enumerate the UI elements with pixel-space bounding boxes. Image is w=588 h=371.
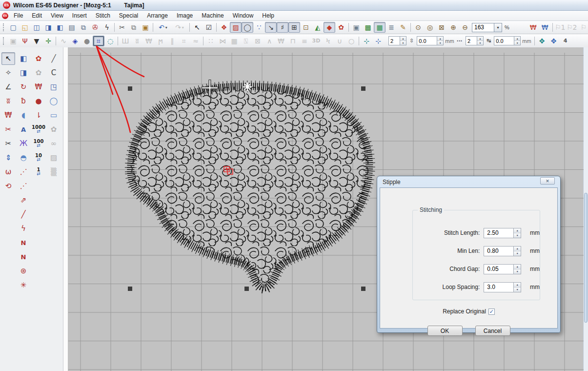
lattice-stitch-button[interactable]: ⍂ [240, 36, 252, 46]
freehand-open-button[interactable]: N [17, 236, 30, 249]
select-button[interactable]: ↖ [1, 52, 15, 65]
menu-item-window[interactable]: Window [228, 11, 258, 20]
auto-options-button[interactable]: ☑ [203, 22, 215, 33]
grid-toggle-button[interactable]: ⊞ [288, 22, 300, 33]
insert-motif-button[interactable]: ✿ [32, 52, 45, 65]
pull-count-input[interactable] [466, 36, 477, 45]
open-button[interactable]: ◱ [19, 22, 31, 33]
chevron-down-icon[interactable]: ▾ [182, 25, 184, 30]
menu-item-arrange[interactable]: Arrange [142, 11, 172, 20]
measure-tool-button[interactable]: ⇕ [1, 151, 15, 164]
chord-gap-input[interactable] [484, 264, 514, 274]
lettering-button[interactable]: A [17, 123, 30, 136]
remove-overlap-button[interactable]: ƀ [17, 95, 30, 107]
save-to-machine-button[interactable]: ◨ [42, 22, 54, 33]
circle-stitch-button[interactable]: ⊛ [17, 265, 30, 277]
fill-shape-button[interactable]: ◖ [17, 109, 30, 122]
stitch-sample-button[interactable]: ❖ [218, 22, 230, 33]
min-len-input[interactable] [484, 246, 514, 256]
wave-stitch-button[interactable]: ≈ [190, 36, 202, 46]
send-to-machine-button[interactable]: ✇ [89, 22, 101, 33]
texture-fill-button[interactable]: ▨ [47, 151, 61, 164]
zoom-box-button[interactable]: ⊠ [436, 22, 447, 33]
align-centers-2-button[interactable]: ✥ [548, 36, 560, 46]
underlay-length-input[interactable] [417, 36, 437, 45]
chevron-down-icon[interactable]: ▾ [165, 25, 167, 30]
stipple-fill-button[interactable]: ⌗ [93, 36, 104, 46]
stemstitch-line-button[interactable]: ⇗ [17, 194, 30, 206]
satin-stitch-button[interactable]: Ш [120, 36, 131, 46]
wreath-tool-button[interactable]: ⟲ [1, 180, 15, 192]
function-2-button[interactable]: ⚐2 [566, 22, 578, 33]
circle-fill-button[interactable]: ● [81, 36, 93, 46]
blob-stitch-button[interactable]: ○ [345, 36, 357, 46]
show-artistic-button[interactable]: ◆ [324, 22, 335, 33]
motif-run-button[interactable]: ✿ [32, 66, 45, 79]
cap-shape-button[interactable]: ◓ [17, 151, 30, 164]
outline-plain-button[interactable]: ◯ [242, 22, 253, 33]
rotate-tool-button[interactable]: ↻ [17, 81, 30, 93]
cloud-stitch-button[interactable]: ∪ [334, 36, 345, 46]
function-3-button[interactable]: ⚐ [578, 22, 588, 33]
loop-spacing-input[interactable] [484, 282, 514, 292]
len-10-button[interactable]: 10⇄ [32, 151, 45, 164]
arch-stitch-button[interactable]: ⊓ [287, 36, 299, 46]
connect-machine-button[interactable]: ϟ [101, 22, 113, 33]
penetration-tool-button[interactable]: ⇂ [32, 109, 45, 122]
monogram-button[interactable]: ∞ [47, 137, 61, 150]
reshape-fill-button[interactable]: ◨ [17, 66, 30, 79]
line-stitch-button[interactable]: ∥ [166, 36, 178, 46]
mirror-vertical-button[interactable]: ⊹ [372, 36, 384, 46]
peak-stitch-button[interactable]: ∧ [264, 36, 275, 46]
weave-stitch-button[interactable]: ▦ [228, 36, 240, 46]
spin-up-icon[interactable]: ▲ [477, 37, 483, 41]
ellipse-tool-button[interactable]: ◯ [47, 95, 61, 107]
e-stitch-button[interactable]: ʬ [131, 36, 143, 46]
fan-tool-button[interactable]: ω [1, 165, 15, 178]
insert-stitches-button[interactable]: ₩ [527, 22, 539, 33]
rectangle-tool-button[interactable]: ▭ [47, 109, 61, 122]
new-button[interactable]: ▢ [7, 22, 19, 33]
menu-item-image[interactable]: Image [172, 11, 197, 20]
print-button[interactable]: ▤ [66, 22, 78, 33]
stitch-3d-button[interactable]: 3D [310, 36, 322, 46]
cut-run-button[interactable]: ✂ [1, 123, 15, 136]
chevron-down-icon[interactable]: ▾ [494, 23, 502, 32]
len-1000-button[interactable]: 1000⇄ [32, 123, 45, 136]
run-line-button[interactable]: ╱ [17, 208, 30, 221]
spin-down-icon[interactable]: ▼ [514, 288, 521, 292]
spin-up-icon[interactable]: ▲ [400, 37, 406, 41]
zoom-level-input[interactable] [472, 23, 494, 32]
edit-nodes-button[interactable]: ∠ [1, 81, 15, 93]
zoom-previous-button[interactable]: ⊙ [412, 22, 424, 33]
cut-needle-button[interactable]: ✂ [1, 137, 15, 150]
underlay-count-input[interactable] [388, 36, 400, 45]
cross-hatch-button[interactable]: ⋈ [217, 36, 228, 46]
dialog-title-bar[interactable]: Stipple ✕ [380, 176, 558, 187]
ok-button[interactable]: OK [427, 326, 463, 336]
export-design-button[interactable]: ◧ [54, 22, 66, 33]
hoop-toggle-button[interactable]: ⊡ [300, 22, 312, 33]
zoom-out-button[interactable]: ⊖ [459, 22, 471, 33]
column-input-button[interactable]: ● [32, 95, 45, 107]
spin-up-icon[interactable]: ▲ [514, 283, 521, 288]
needle-points-button[interactable]: ♯ [277, 22, 288, 33]
box-stitch-button[interactable]: ⊠ [252, 36, 264, 46]
replace-original-checkbox[interactable]: ✓ [488, 309, 495, 315]
penetrations-button[interactable]: ∵ [253, 22, 265, 33]
select-cursor-button[interactable]: ↖ [191, 22, 203, 33]
arrow-mode-button[interactable]: ↘ [265, 22, 277, 33]
dialog-close-button[interactable]: ✕ [540, 177, 555, 185]
design-properties-button[interactable]: ✎ [397, 22, 409, 33]
menu-item-machine[interactable]: Machine [197, 11, 228, 20]
outline-zigzag-button[interactable]: ∿ [58, 36, 69, 46]
spin-up-icon[interactable]: ▲ [514, 265, 521, 269]
grid-stitch-button[interactable]: ⌗ [178, 36, 190, 46]
scrollbar-thumb[interactable] [584, 193, 588, 322]
needle-down-button[interactable]: ▼ [31, 36, 42, 46]
spin-down-icon[interactable]: ▼ [400, 41, 406, 45]
toolbar-grip[interactable] [3, 37, 5, 45]
show-flowers-button[interactable]: ✿ [335, 22, 347, 33]
menu-item-stitch[interactable]: Stitch [91, 11, 115, 20]
stitch-list-button[interactable]: ≣ [385, 22, 397, 33]
